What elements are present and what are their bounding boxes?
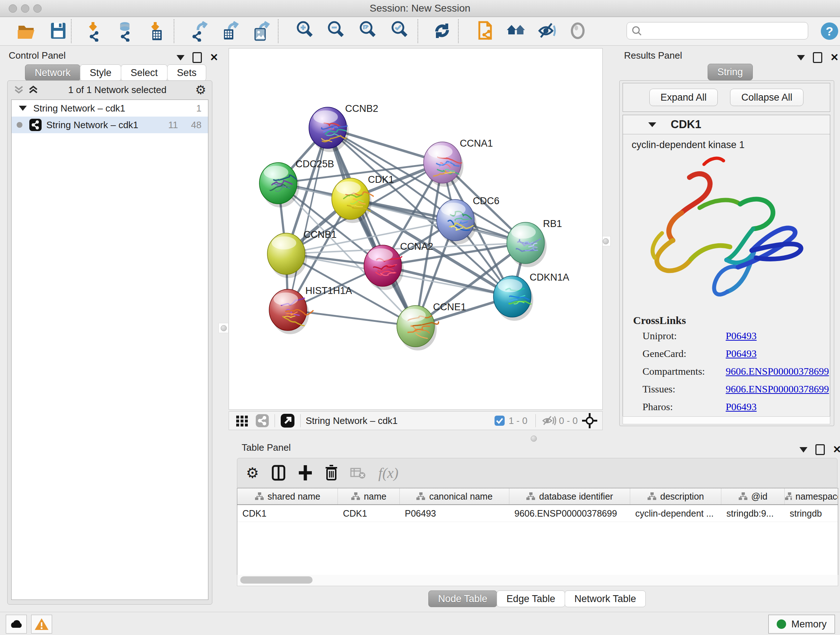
close-results-icon[interactable]: ✕	[830, 53, 838, 62]
crosslink-value-link[interactable]: P06493	[726, 330, 757, 342]
import-network-button[interactable]	[84, 20, 106, 42]
export-table-button[interactable]	[219, 20, 242, 42]
node-CCNB2[interactable]: CCNB2	[309, 103, 378, 152]
import-database-button[interactable]	[114, 20, 137, 42]
zoom-out-button[interactable]	[326, 20, 349, 42]
results-scrollbar[interactable]	[622, 416, 830, 424]
help-button[interactable]: ?	[818, 20, 840, 42]
crosslink-value-link[interactable]: P06493	[726, 401, 757, 413]
float-table-icon[interactable]	[815, 444, 825, 455]
delete-column-trash-icon[interactable]	[325, 464, 338, 481]
search-input[interactable]	[645, 25, 808, 37]
node-table[interactable]: shared name name canonical name database…	[237, 488, 838, 576]
gene-collapse-icon[interactable]	[648, 122, 656, 127]
tab-network[interactable]: Network	[25, 65, 80, 81]
tab-sets[interactable]: Sets	[167, 65, 206, 81]
collapse-all-button[interactable]: Collapse All	[730, 89, 804, 106]
crosslink-row: Pharos: P06493	[643, 401, 830, 413]
selected-checkbox-icon[interactable]	[494, 415, 505, 426]
expand-all-button[interactable]: Expand All	[649, 89, 718, 106]
column-header-id[interactable]: @id	[722, 488, 785, 504]
node-CDKN1A[interactable]: CDKN1A	[493, 272, 569, 321]
table-settings-gear-icon[interactable]: ⚙	[246, 464, 259, 481]
node-label-RB1: RB1	[543, 218, 562, 229]
hide-unhide-button[interactable]	[536, 20, 559, 42]
column-header-sharedname[interactable]: shared name	[237, 488, 338, 504]
crosslink-value-link[interactable]: 9606.ENSP00000378699	[726, 383, 829, 395]
collection-expand-icon[interactable]	[19, 106, 27, 111]
node-CCNA1[interactable]: CCNA1	[424, 138, 493, 187]
float-results-icon[interactable]	[813, 52, 822, 63]
column-type-icon	[526, 492, 535, 501]
open-session-button[interactable]	[15, 20, 38, 42]
collapse-panel-icon[interactable]	[177, 55, 185, 60]
tab-string[interactable]: String	[707, 64, 753, 80]
add-column-icon[interactable]	[298, 464, 313, 481]
zoom-selected-button[interactable]	[390, 20, 412, 42]
table-row[interactable]: CDK1CDK1P064939606.ENSP00000378699cyclin…	[237, 505, 838, 522]
fit-content-crosshair-icon[interactable]	[581, 412, 598, 429]
zoom-fit-button[interactable]	[358, 20, 381, 42]
node-CDK1[interactable]: CDK1	[332, 174, 394, 223]
show-columns-icon[interactable]	[271, 464, 286, 481]
memory-button[interactable]: Memory	[768, 615, 835, 633]
node-label-CCNA1: CCNA1	[460, 138, 493, 149]
edge-CCNB2-CCNE1[interactable]	[328, 128, 416, 326]
collapse-table-icon[interactable]	[799, 447, 807, 453]
export-network-button[interactable]	[188, 20, 210, 42]
document-share-button[interactable]	[475, 20, 497, 42]
save-session-button[interactable]	[47, 20, 69, 42]
network-collection-row[interactable]: String Network – cdk1 1	[11, 100, 208, 117]
warning-status-button[interactable]	[31, 615, 52, 633]
node-CDC6[interactable]: CDC6	[437, 195, 500, 244]
crosslink-row: Compartments: 9606.ENSP00000378699	[643, 366, 830, 377]
scrollbar-thumb[interactable]	[240, 576, 313, 584]
cloud-status-button[interactable]	[6, 615, 27, 633]
birds-eye-view-icon[interactable]	[255, 413, 270, 428]
search-field[interactable]	[627, 22, 808, 40]
table-horizontal-scrollbar[interactable]	[237, 575, 838, 586]
collapse-all-networks-icon[interactable]	[13, 84, 25, 95]
column-header-databaseidentifier[interactable]: database identifier	[509, 488, 630, 504]
tab-style[interactable]: Style	[80, 65, 121, 81]
node-RB1[interactable]: RB1	[507, 218, 562, 267]
left-splitter-handle[interactable]	[218, 323, 229, 333]
tab-edge-table[interactable]: Edge Table	[497, 591, 565, 607]
node-label-CDC25B: CDC25B	[295, 158, 334, 169]
close-window-icon[interactable]	[9, 4, 17, 13]
grid-view-icon[interactable]	[235, 413, 249, 428]
zoom-window-icon[interactable]	[33, 4, 42, 13]
import-table-button[interactable]	[146, 20, 169, 42]
close-table-icon[interactable]: ✕	[833, 445, 840, 454]
network-canvas[interactable]: CCNB2CCNA1CDC25BCDK1CDC6RB1CCNB1CCNA2CDK…	[229, 48, 603, 410]
column-header-description[interactable]: description	[630, 488, 722, 504]
network-node-count: 11	[168, 119, 178, 131]
zoom-in-button[interactable]	[295, 20, 317, 42]
node-HIST1H1A[interactable]: HIST1H1A	[269, 285, 352, 334]
crosslink-value-link[interactable]: 9606.ENSP00000378699	[726, 366, 829, 377]
node-CCNE1[interactable]: CCNE1	[397, 302, 466, 350]
column-header-name[interactable]: name	[338, 488, 400, 504]
crosslink-value-link[interactable]: P06493	[726, 348, 757, 359]
network-options-gear-icon[interactable]: ⚙	[195, 82, 206, 97]
open-in-window-icon[interactable]	[280, 413, 295, 428]
tab-network-table[interactable]: Network Table	[565, 591, 646, 607]
close-panel-icon[interactable]: ✕	[210, 53, 218, 62]
float-panel-icon[interactable]	[193, 52, 202, 63]
export-image-button[interactable]	[250, 20, 273, 42]
refresh-button[interactable]	[431, 20, 454, 42]
memory-status-dot-icon	[777, 619, 786, 629]
column-header-canonicalname[interactable]: canonical name	[400, 488, 509, 504]
node-CDC25B[interactable]: CDC25B	[259, 158, 334, 207]
show-all-button[interactable]	[567, 20, 590, 42]
network-row[interactable]: String Network – cdk1 11 48	[11, 117, 208, 133]
node-CCNB1[interactable]: CCNB1	[267, 229, 337, 278]
minimize-window-icon[interactable]	[21, 4, 29, 13]
edge-CCNB2-HIST1H1A[interactable]	[288, 128, 328, 310]
column-header-namespace[interactable]: namespace	[785, 488, 838, 504]
tab-select[interactable]: Select	[121, 65, 167, 81]
tab-node-table[interactable]: Node Table	[428, 591, 497, 607]
collapse-results-icon[interactable]	[797, 55, 805, 60]
expand-all-networks-icon[interactable]	[27, 84, 39, 95]
home-button[interactable]	[505, 20, 527, 42]
